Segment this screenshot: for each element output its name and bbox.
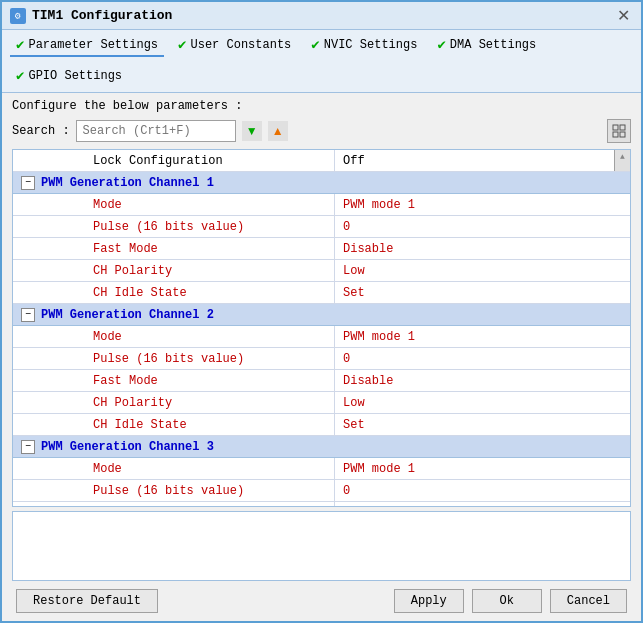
ch2-fastmode-name: Fast Mode	[13, 370, 334, 391]
tab-user-constants[interactable]: ✔ User Constants	[172, 34, 297, 57]
tab-gpio-settings[interactable]: ✔ GPIO Settings	[10, 65, 128, 88]
section-header-ch2: − PWM Generation Channel 2	[13, 304, 630, 326]
scroll-spacer-4	[614, 260, 630, 281]
section-header-ch1: − PWM Generation Channel 1	[13, 172, 630, 194]
ch2-mode-value: PWM mode 1	[334, 326, 614, 347]
section-title-ch1: PWM Generation Channel 1	[41, 176, 214, 190]
ch2-polarity-value: Low	[334, 392, 614, 413]
scroll-spacer-12	[614, 480, 630, 501]
tab-label-nvic: NVIC Settings	[324, 38, 418, 52]
ch2-mode-name: Mode	[13, 326, 334, 347]
check-icon-nvic: ✔	[311, 36, 319, 53]
main-window: ⚙ TIM1 Configuration ✕ ✔ Parameter Setti…	[0, 0, 643, 623]
apply-button[interactable]: Apply	[394, 589, 464, 613]
check-icon-gpio: ✔	[16, 67, 24, 84]
description-area	[12, 511, 631, 581]
ch1-fastmode-name: Fast Mode	[13, 238, 334, 259]
ch2-idle-value: Set	[334, 414, 614, 435]
ch2-pulse-name: Pulse (16 bits value)	[13, 348, 334, 369]
search-bar: Search : ▼ ▲	[12, 119, 631, 143]
ch2-idle-row: CH Idle State Set	[13, 414, 630, 436]
scroll-spacer-7	[614, 348, 630, 369]
ch2-pulse-value: 0	[334, 348, 614, 369]
svg-rect-3	[620, 132, 625, 137]
ch1-idle-value: Set	[334, 282, 614, 303]
tab-bar: ✔ Parameter Settings ✔ User Constants ✔ …	[2, 30, 641, 93]
tab-label-user: User Constants	[191, 38, 292, 52]
check-icon-user: ✔	[178, 36, 186, 53]
tab-label-param: Parameter Settings	[28, 38, 158, 52]
ch1-mode-name: Mode	[13, 194, 334, 215]
lock-config-row: Lock Configuration Off ▲	[13, 150, 630, 172]
tab-parameter-settings[interactable]: ✔ Parameter Settings	[10, 34, 164, 57]
ch3-pulse-value: 0	[334, 480, 614, 501]
ch3-mode-row: Mode PWM mode 1	[13, 458, 630, 480]
svg-rect-1	[620, 125, 625, 130]
param-table: Lock Configuration Off ▲ − PWM Generatio…	[12, 149, 631, 507]
ch1-polarity-value: Low	[334, 260, 614, 281]
search-label: Search :	[12, 124, 70, 138]
section-title-ch2: PWM Generation Channel 2	[41, 308, 214, 322]
configure-label: Configure the below parameters :	[12, 99, 631, 113]
ch2-pulse-row: Pulse (16 bits value) 0	[13, 348, 630, 370]
ch2-polarity-row: CH Polarity Low	[13, 392, 630, 414]
ch2-fastmode-row: Fast Mode Disable	[13, 370, 630, 392]
lock-config-value: Off	[334, 150, 614, 171]
scroll-spacer-11	[614, 458, 630, 479]
action-buttons: Apply Ok Cancel	[394, 589, 627, 613]
ch1-polarity-row: CH Polarity Low	[13, 260, 630, 282]
ch3-mode-value: PWM mode 1	[334, 458, 614, 479]
scroll-spacer-9	[614, 392, 630, 413]
window-title: TIM1 Configuration	[32, 8, 172, 23]
section-toggle-ch2[interactable]: −	[21, 308, 35, 322]
ch1-fastmode-value: Disable	[334, 238, 614, 259]
scroll-spacer-10	[614, 414, 630, 435]
restore-default-button[interactable]: Restore Default	[16, 589, 158, 613]
ch1-mode-row: Mode PWM mode 1	[13, 194, 630, 216]
tab-nvic-settings[interactable]: ✔ NVIC Settings	[305, 34, 423, 57]
tab-label-dma: DMA Settings	[450, 38, 536, 52]
content-area: Configure the below parameters : Search …	[2, 93, 641, 621]
search-input[interactable]	[76, 120, 236, 142]
scroll-spacer-13	[614, 502, 630, 507]
check-icon-dma: ✔	[437, 36, 445, 53]
section-toggle-ch1[interactable]: −	[21, 176, 35, 190]
tab-dma-settings[interactable]: ✔ DMA Settings	[431, 34, 542, 57]
ch2-fastmode-value: Disable	[334, 370, 614, 391]
ok-button[interactable]: Ok	[472, 589, 542, 613]
scroll-spacer-1	[614, 194, 630, 215]
ch3-pulse-name: Pulse (16 bits value)	[13, 480, 334, 501]
section-toggle-ch3[interactable]: −	[21, 440, 35, 454]
ch3-fastmode-row: Fast Mode Disable	[13, 502, 630, 507]
section-title-ch3: PWM Generation Channel 3	[41, 440, 214, 454]
ch1-pulse-name: Pulse (16 bits value)	[13, 216, 334, 237]
ch1-idle-row: CH Idle State Set	[13, 282, 630, 304]
section-header-ch3: − PWM Generation Channel 3	[13, 436, 630, 458]
ch2-mode-row: Mode PWM mode 1	[13, 326, 630, 348]
svg-rect-0	[613, 125, 618, 130]
scroll-spacer-5	[614, 282, 630, 303]
ch1-polarity-name: CH Polarity	[13, 260, 334, 281]
ch2-idle-name: CH Idle State	[13, 414, 334, 435]
search-prev-button[interactable]: ▲	[268, 121, 288, 141]
ch3-fastmode-name: Fast Mode	[13, 502, 334, 507]
grid-icon	[612, 124, 626, 138]
ch3-mode-name: Mode	[13, 458, 334, 479]
close-button[interactable]: ✕	[613, 6, 633, 26]
cancel-button[interactable]: Cancel	[550, 589, 627, 613]
check-icon-param: ✔	[16, 36, 24, 53]
scroll-spacer-3	[614, 238, 630, 259]
title-bar: ⚙ TIM1 Configuration ✕	[2, 2, 641, 30]
grid-view-button[interactable]	[607, 119, 631, 143]
title-bar-left: ⚙ TIM1 Configuration	[10, 8, 172, 24]
lock-config-name: Lock Configuration	[13, 150, 334, 171]
ch1-mode-value: PWM mode 1	[334, 194, 614, 215]
search-next-button[interactable]: ▼	[242, 121, 262, 141]
ch3-pulse-row: Pulse (16 bits value) 0	[13, 480, 630, 502]
scroll-spacer-2	[614, 216, 630, 237]
scroll-spacer-8	[614, 370, 630, 391]
tab-label-gpio: GPIO Settings	[28, 69, 122, 83]
ch1-idle-name: CH Idle State	[13, 282, 334, 303]
ch1-pulse-value: 0	[334, 216, 614, 237]
scroll-top-indicator: ▲	[614, 150, 630, 171]
